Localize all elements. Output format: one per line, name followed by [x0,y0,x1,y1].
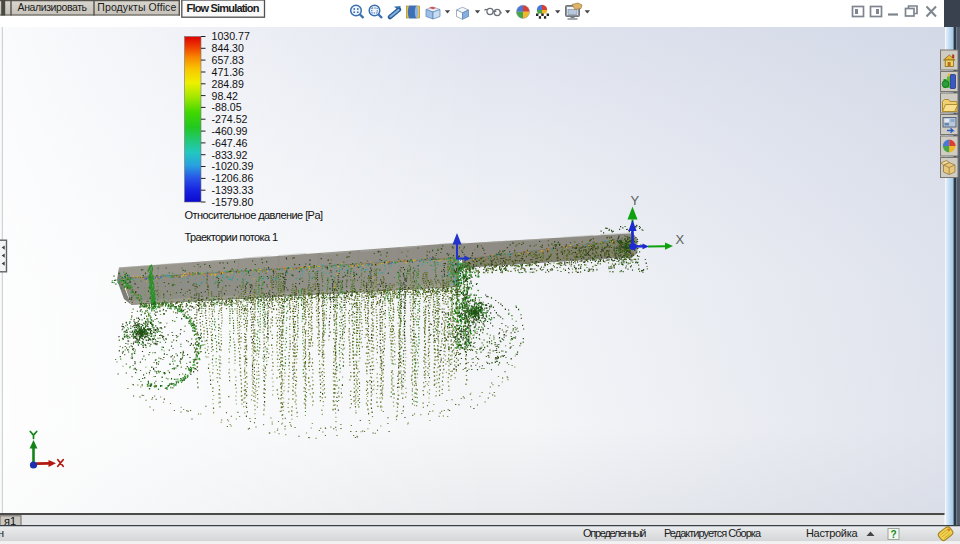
svg-text:Y: Y [631,193,640,208]
svg-text:-1206.86: -1206.86 [212,172,254,184]
svg-text:Редактируется Сборка: Редактируется Сборка [664,527,762,539]
svg-text:н: н [0,527,4,539]
svg-text:-88.05: -88.05 [212,101,242,113]
svg-text:Относительное давление [Pa]: Относительное давление [Pa] [185,209,324,221]
svg-text:1030.77: 1030.77 [212,30,250,42]
svg-text:-833.92: -833.92 [212,149,248,161]
svg-text:Продукты Office: Продукты Office [97,1,176,13]
svg-text:X: X [676,232,685,247]
svg-text:-1393.33: -1393.33 [212,184,254,196]
svg-text:-274.52: -274.52 [212,113,248,125]
svg-text:-1579.80: -1579.80 [212,196,254,208]
svg-text:я1: я1 [4,515,16,527]
svg-text:471.36: 471.36 [212,66,245,78]
svg-text:Определенный: Определенный [583,527,647,539]
svg-text:98.42: 98.42 [212,90,239,102]
svg-text:657.83: 657.83 [212,54,245,66]
svg-text:Настройка: Настройка [806,527,858,539]
svg-text:Анализировать: Анализировать [18,1,88,13]
svg-text:?: ? [891,529,897,540]
svg-text:284.89: 284.89 [212,78,245,90]
svg-text:-647.46: -647.46 [212,137,248,149]
svg-text:844.30: 844.30 [212,42,245,54]
svg-text:Flow Simulation: Flow Simulation [187,2,260,14]
svg-text:-1020.39: -1020.39 [212,160,254,172]
svg-text:Траектории потока 1: Траектории потока 1 [185,231,279,243]
svg-text:-460.99: -460.99 [212,125,248,137]
